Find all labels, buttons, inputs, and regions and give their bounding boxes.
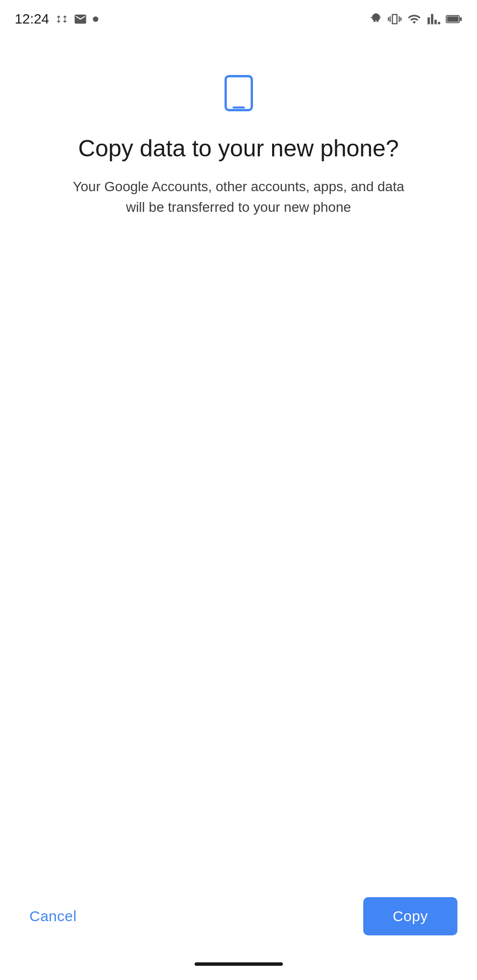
copy-button[interactable]: Copy [363, 897, 457, 935]
home-indicator [0, 955, 477, 980]
wifi-icon [406, 12, 422, 26]
status-right [369, 12, 462, 26]
arrows-icon [55, 12, 69, 26]
home-indicator-bar [195, 962, 283, 966]
alarm-icon [369, 12, 383, 26]
bottom-bar: Cancel Copy [0, 887, 477, 955]
svg-point-0 [93, 16, 98, 22]
main-content: Copy data to your new phone? Your Google… [0, 34, 477, 887]
page-description: Your Google Accounts, other accounts, ap… [67, 176, 410, 218]
svg-rect-3 [447, 17, 458, 22]
vibrate-icon [388, 12, 402, 26]
cancel-button[interactable]: Cancel [20, 900, 86, 932]
notification-dot-icon [92, 16, 99, 23]
phone-device-icon [219, 74, 258, 113]
battery-icon [446, 12, 462, 26]
status-left: 12:24 [15, 11, 99, 27]
phone-icon-container [219, 74, 258, 115]
svg-rect-4 [226, 76, 251, 110]
status-icons-left [55, 12, 99, 26]
signal-icon [427, 12, 441, 26]
gmail-icon [73, 12, 88, 26]
svg-rect-2 [460, 17, 462, 21]
page-title: Copy data to your new phone? [78, 134, 399, 163]
status-bar: 12:24 [0, 0, 477, 34]
status-time: 12:24 [15, 11, 49, 27]
